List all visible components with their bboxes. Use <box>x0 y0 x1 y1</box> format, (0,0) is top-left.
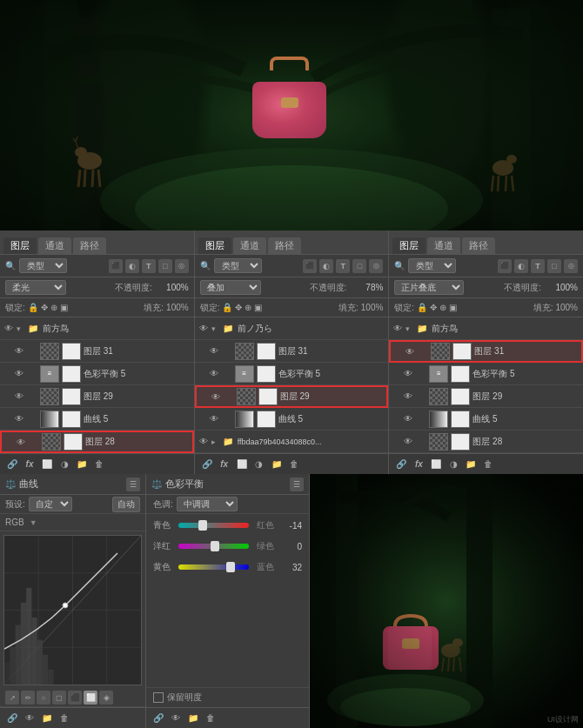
eye-2-ffbdaa[interactable]: 👁 <box>198 437 209 446</box>
filter-shape-icon-1[interactable]: □ <box>158 259 172 273</box>
layer-2-29-highlighted[interactable]: 👁 图层 29 <box>195 385 389 408</box>
lock-icon-2[interactable]: 🔒 <box>222 303 232 312</box>
adjustment-btn-3[interactable]: ◑ <box>446 458 460 471</box>
arrow-2-front[interactable]: ▾ <box>211 324 220 333</box>
blend-mode-select-3[interactable]: 正片叠底 <box>394 280 464 295</box>
tab-channels-2[interactable]: 通道 <box>233 237 266 254</box>
layer-1-curve5[interactable]: 👁 曲线 5 <box>0 408 194 431</box>
move-icon-3[interactable]: ✥ <box>430 303 437 312</box>
eye-1-cb5[interactable]: 👁 <box>14 369 24 378</box>
eye-2-cb5[interactable]: 👁 <box>209 369 219 378</box>
layer-type-dropdown-2[interactable]: 类型 <box>214 258 262 273</box>
layer-2-frontnoノ[interactable]: 👁 ▾ 📁 前ノ乃ら <box>195 317 389 340</box>
adjustment-btn-2[interactable]: ◑ <box>252 458 266 471</box>
brush-lock-icon-3[interactable]: ⊕ <box>439 303 446 312</box>
auto-button[interactable]: 自动 <box>112 497 140 512</box>
layer-3-cb5[interactable]: 👁 ≡ 色彩平衡 5 <box>389 363 583 385</box>
curves-tool-6[interactable]: ⬜ <box>84 691 97 705</box>
fx-btn-1[interactable]: fx <box>23 458 37 471</box>
cb-magenta-green-track[interactable] <box>178 544 249 549</box>
artboard-lock-icon-3[interactable]: ▣ <box>449 303 457 312</box>
filter-pixel-icon-1[interactable]: ⬛ <box>109 259 123 273</box>
filter-smart-icon-1[interactable]: ◎ <box>175 259 189 273</box>
filter-text-icon-1[interactable]: T <box>142 259 156 273</box>
cb-cyan-red-track[interactable] <box>178 523 249 528</box>
layer-3-curve5[interactable]: 👁 曲线 5 <box>389 408 583 431</box>
eye-3-31[interactable]: 👁 <box>405 347 415 357</box>
lock-icon-3[interactable]: 🔒 <box>417 303 427 312</box>
layer-1-31[interactable]: 👁 图层 31 <box>0 340 194 363</box>
eye-3-curve5[interactable]: 👁 <box>403 414 413 424</box>
folder-btn-2[interactable]: 📁 <box>270 458 284 471</box>
eye-1-frontbird[interactable]: 👁 <box>3 324 14 333</box>
layer-1-cb5[interactable]: 👁 ≡ 色彩平衡 5 <box>0 363 194 385</box>
cb-eye-btn[interactable]: 👁 <box>169 711 183 725</box>
arrow-3-frontbird[interactable]: ▾ <box>405 324 414 333</box>
cb-yellow-blue-thumb[interactable] <box>226 562 235 572</box>
eye-3-29[interactable]: 👁 <box>403 391 413 401</box>
brush-lock-icon-1[interactable]: ⊕ <box>50 303 57 312</box>
preset-select[interactable]: 自定 <box>29 497 72 511</box>
folder-btn-3[interactable]: 📁 <box>464 458 478 471</box>
tab-paths-2[interactable]: 路径 <box>268 237 301 254</box>
tab-channels-3[interactable]: 通道 <box>427 237 460 254</box>
blend-mode-select-2[interactable]: 叠加 <box>200 280 261 295</box>
eye-3-28[interactable]: 👁 <box>403 437 413 446</box>
filter-adjust-icon-3[interactable]: ◐ <box>514 259 528 273</box>
move-icon-2[interactable]: ✥ <box>235 303 242 312</box>
eye-3-frontbird[interactable]: 👁 <box>392 324 403 333</box>
tab-layers-1[interactable]: 图层 <box>3 237 37 254</box>
filter-smart-icon-3[interactable]: ◎ <box>564 259 578 273</box>
curves-tool-5[interactable]: ⬛ <box>68 691 82 705</box>
curves-trash-btn[interactable]: 🗑 <box>57 711 71 725</box>
tab-layers-3[interactable]: 图层 <box>392 237 426 254</box>
eye-2-front[interactable]: 👁 <box>198 324 209 333</box>
layer-3-31-highlighted[interactable]: 👁 图层 31 <box>389 340 583 363</box>
curves-tool-1[interactable]: ↗ <box>5 691 19 705</box>
cb-link-btn[interactable]: 🔗 <box>151 711 165 725</box>
folder-btn-1[interactable]: 📁 <box>75 458 89 471</box>
curves-tool-7[interactable]: ◈ <box>99 691 113 705</box>
cb-trash-btn[interactable]: 🗑 <box>204 711 218 725</box>
layer-3-28[interactable]: 👁 图层 28 <box>389 431 583 453</box>
layer-2-curve5[interactable]: 👁 曲线 5 <box>195 408 389 431</box>
curves-eye-btn[interactable]: 👁 <box>23 711 37 725</box>
tab-paths-3[interactable]: 路径 <box>462 237 495 254</box>
tab-layers-2[interactable]: 图层 <box>198 237 231 254</box>
cb-cyan-red-thumb[interactable] <box>198 520 207 531</box>
blend-mode-select-1[interactable]: 柔光 <box>5 280 66 295</box>
curves-tool-4[interactable]: ▢ <box>52 691 66 705</box>
filter-text-icon-2[interactable]: T <box>336 259 350 273</box>
eye-1-29[interactable]: 👁 <box>14 391 24 401</box>
mask-btn-1[interactable]: ⬜ <box>40 458 54 471</box>
arrow-2-ffbdaa[interactable]: ▸ <box>211 437 220 446</box>
curves-menu-icon[interactable]: ☰ <box>126 478 140 491</box>
eye-1-28[interactable]: 👁 <box>16 437 26 447</box>
layer-2-31[interactable]: 👁 图层 31 <box>195 340 389 363</box>
cb-folder-btn[interactable]: 📁 <box>186 711 200 725</box>
arrow-1-frontbird[interactable]: ▾ <box>17 324 25 333</box>
filter-text-icon-3[interactable]: T <box>531 259 545 273</box>
cb-yellow-blue-track[interactable] <box>178 564 249 570</box>
lock-icon-1[interactable]: 🔒 <box>28 303 38 312</box>
eye-1-curve5[interactable]: 👁 <box>14 414 24 424</box>
tab-paths-1[interactable]: 路径 <box>73 237 106 254</box>
brush-lock-icon-2[interactable]: ⊕ <box>245 303 251 312</box>
artboard-lock-icon-2[interactable]: ▣ <box>254 303 262 312</box>
layer-3-frontbird[interactable]: 👁 ▾ 📁 前方鸟 <box>389 317 583 340</box>
filter-pixel-icon-3[interactable]: ⬛ <box>498 259 512 273</box>
layer-group-1-front-bird[interactable]: 👁 ▾ 📁 前方鸟 <box>0 317 194 340</box>
fx-btn-2[interactable]: fx <box>218 458 231 471</box>
layer-type-dropdown-1[interactable]: 类型 <box>19 258 67 273</box>
move-icon-1[interactable]: ✥ <box>41 303 48 312</box>
layer-1-28-highlighted[interactable]: 👁 图层 28 <box>0 431 194 453</box>
curves-folder-btn[interactable]: 📁 <box>40 711 54 725</box>
layer-3-29[interactable]: 👁 图层 29 <box>389 385 583 408</box>
eye-2-31[interactable]: 👁 <box>209 346 219 356</box>
tab-channels-1[interactable]: 通道 <box>38 237 71 254</box>
artboard-lock-icon-1[interactable]: ▣ <box>60 303 68 312</box>
curves-graph[interactable] <box>3 535 142 685</box>
filter-smart-icon-2[interactable]: ◎ <box>369 259 383 273</box>
eye-3-cb5[interactable]: 👁 <box>403 369 413 378</box>
eye-2-29[interactable]: 👁 <box>211 392 221 402</box>
